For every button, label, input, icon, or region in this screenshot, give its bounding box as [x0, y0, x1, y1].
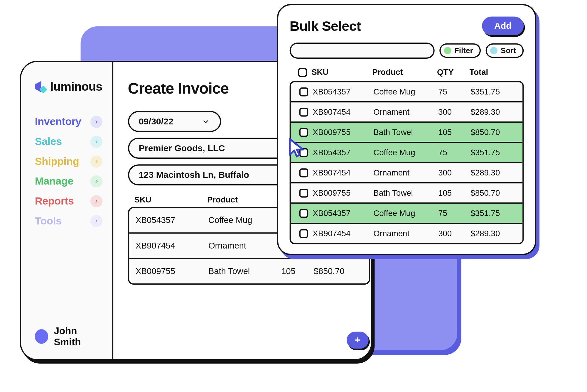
sidebar-item-label: Shipping	[35, 155, 79, 168]
brand-name: luminous	[50, 80, 102, 94]
date-value: 09/30/22	[139, 116, 173, 127]
sidebar-item-label: Manage	[35, 175, 73, 187]
cell-qty: 105	[438, 128, 470, 137]
bulk-table: XB054357Coffee Mug75$351.75XB907454Ornam…	[290, 81, 524, 244]
table-row[interactable]: XB907454Ornament300$289.30	[291, 102, 522, 123]
row-checkbox[interactable]	[299, 87, 308, 96]
brand-logo-icon	[35, 81, 46, 92]
col-sku: SKU	[134, 195, 207, 205]
cell-product: Bath Towel	[373, 128, 438, 137]
col-product: Product	[372, 67, 437, 77]
sidebar-item-label: Reports	[35, 195, 74, 207]
table-row[interactable]: XB054357Coffee Mug75$351.75	[291, 204, 522, 224]
sidebar: luminous InventorySalesShippingManageRep…	[21, 62, 113, 359]
row-checkbox[interactable]	[299, 128, 308, 136]
add-button-label: Add	[494, 21, 512, 31]
cell-total: $850.70	[471, 128, 519, 137]
cell-total: $289.30	[471, 107, 519, 117]
cell-sku: XB009755	[136, 266, 208, 276]
cell-sku: XB907454	[313, 229, 373, 238]
table-row[interactable]: XB054357Coffee Mug75$351.75	[291, 82, 522, 102]
cell-qty: 75	[438, 209, 470, 218]
cell-sku: XB054357	[313, 87, 373, 97]
sort-dot-icon	[490, 47, 497, 54]
cell-total: $850.70	[471, 188, 519, 198]
cell-total: $289.30	[471, 168, 519, 178]
chevron-right-icon	[90, 215, 102, 227]
sidebar-item-inventory[interactable]: Inventory	[35, 115, 102, 128]
sidebar-item-tools[interactable]: Tools	[35, 214, 102, 227]
row-checkbox[interactable]	[299, 209, 308, 217]
cell-sku: XB054357	[313, 148, 373, 157]
filter-dot-icon	[444, 47, 451, 54]
row-checkbox[interactable]	[299, 229, 308, 238]
sidebar-item-label: Inventory	[35, 115, 81, 128]
user-name: John Smith	[54, 325, 102, 348]
table-row[interactable]: XB054357Coffee Mug75$351.75	[291, 143, 522, 163]
cell-product: Ornament	[373, 168, 438, 178]
avatar	[35, 329, 48, 344]
cell-sku: XB009755	[313, 188, 373, 198]
row-checkbox[interactable]	[299, 188, 308, 197]
chevron-down-icon	[201, 117, 210, 126]
cell-product: Bath Towel	[208, 266, 281, 276]
cell-qty: 300	[438, 229, 470, 238]
add-button[interactable]: Add	[482, 17, 524, 35]
row-checkbox[interactable]	[299, 168, 308, 177]
row-checkbox[interactable]	[299, 107, 308, 116]
cell-total: $850.70	[314, 266, 362, 276]
date-select[interactable]: 09/30/22	[128, 111, 221, 132]
cell-total: $351.75	[471, 148, 519, 157]
search-input[interactable]	[290, 43, 434, 59]
table-row[interactable]: XB907454Ornament300$289.30	[291, 163, 522, 183]
sort-chip[interactable]: Sort	[486, 43, 524, 58]
col-sku: SKU	[311, 67, 372, 77]
cell-product: Coffee Mug	[373, 87, 438, 97]
select-all-checkbox[interactable]	[298, 68, 307, 77]
chevron-right-icon	[90, 175, 102, 187]
chevron-right-icon	[90, 116, 102, 128]
address-value: 123 Macintosh Ln, Buffalo	[139, 170, 249, 180]
col-qty: QTY	[437, 67, 469, 77]
filter-chip[interactable]: Filter	[439, 43, 481, 58]
plus-icon: +	[355, 334, 360, 346]
cell-qty: 300	[438, 107, 470, 117]
vendor-value: Premier Goods, LLC	[139, 143, 225, 153]
table-row[interactable]: XB009755Bath Towel105$850.70	[291, 183, 522, 204]
add-row-button[interactable]: +	[347, 332, 369, 349]
cell-qty: 75	[438, 148, 470, 157]
col-total: Total	[469, 67, 519, 77]
sidebar-item-manage[interactable]: Manage	[35, 175, 102, 187]
cell-sku: XB009755	[313, 128, 373, 137]
cell-sku: XB054357	[313, 209, 373, 218]
sidebar-item-label: Tools	[35, 214, 62, 227]
cell-product: Ornament	[373, 229, 438, 238]
table-row[interactable]: XB009755Bath Towel105$850.70	[129, 259, 369, 283]
sidebar-nav: InventorySalesShippingManageReportsTools	[35, 115, 102, 227]
chevron-right-icon	[90, 136, 102, 148]
table-row[interactable]: XB009755Bath Towel105$850.70	[291, 123, 522, 143]
user-row[interactable]: John Smith	[35, 325, 102, 348]
cell-product: Ornament	[208, 241, 281, 251]
cell-qty: 75	[438, 87, 470, 97]
sidebar-item-reports[interactable]: Reports	[35, 195, 102, 207]
cell-sku: XB907454	[313, 107, 373, 117]
cell-product: Coffee Mug	[208, 215, 281, 225]
table-row[interactable]: XB907454Ornament300$289.30	[291, 224, 522, 243]
col-product: Product	[207, 195, 280, 205]
cell-product: Coffee Mug	[373, 148, 438, 157]
bulk-table-header: SKU Product QTY Total	[290, 65, 524, 81]
chevron-right-icon	[90, 155, 102, 167]
cell-qty: 105	[281, 266, 313, 276]
cell-qty: 300	[438, 168, 470, 178]
sidebar-item-sales[interactable]: Sales	[35, 135, 102, 148]
filter-label: Filter	[454, 46, 473, 55]
sidebar-item-label: Sales	[35, 135, 62, 148]
cell-total: $351.75	[471, 87, 519, 97]
sidebar-item-shipping[interactable]: Shipping	[35, 155, 102, 168]
cell-product: Coffee Mug	[373, 209, 438, 218]
cell-product: Ornament	[373, 107, 438, 117]
row-checkbox[interactable]	[299, 148, 308, 157]
cell-sku: XB907454	[136, 241, 208, 251]
bulk-title: Bulk Select	[290, 18, 361, 34]
